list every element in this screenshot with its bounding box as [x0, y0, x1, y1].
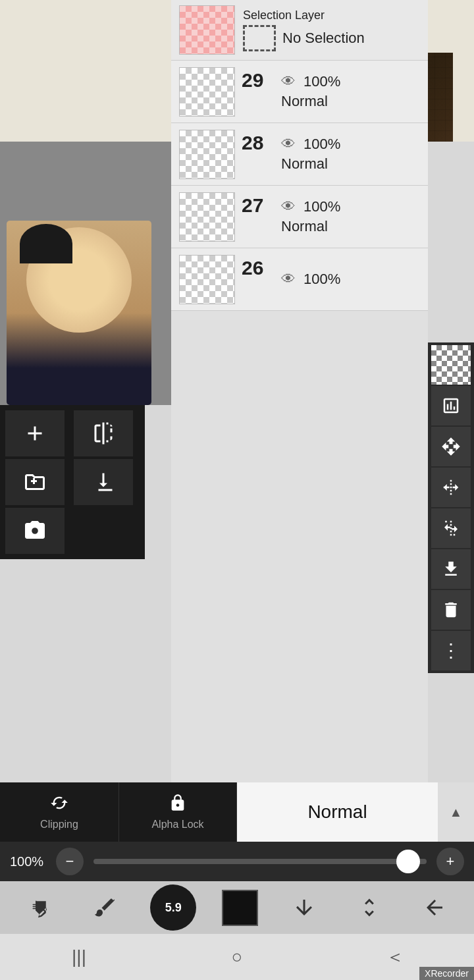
- blend-mode-27: Normal: [281, 218, 420, 235]
- nav-back-button[interactable]: ＜: [375, 937, 415, 977]
- home-button[interactable]: ○: [217, 937, 257, 977]
- dashed-selection-rect: [243, 25, 276, 51]
- plus-icon: +: [446, 853, 455, 870]
- opacity-value: 100%: [10, 854, 46, 869]
- brush-tool-button[interactable]: [85, 888, 124, 927]
- flip-button[interactable]: [74, 410, 133, 456]
- layer-controls-28: 👁 100% Normal: [281, 136, 420, 173]
- right-toolbar: ⋮: [428, 342, 474, 673]
- blend-mode-28: Normal: [281, 155, 420, 173]
- color-picker-button[interactable]: [222, 890, 258, 926]
- blend-mode-29: Normal: [281, 93, 420, 110]
- layer-thumb-27: [179, 192, 235, 242]
- no-selection-text: No Selection: [282, 30, 365, 47]
- bottom-bar: Clipping Alpha Lock Normal ▲: [0, 782, 474, 842]
- artwork-thumbnail: [7, 221, 151, 405]
- canvas-preview: [0, 142, 171, 405]
- visibility-icon-29[interactable]: 👁: [281, 73, 296, 90]
- blend-mode-arrow[interactable]: ▲: [438, 782, 474, 842]
- opacity-decrease-button[interactable]: −: [56, 848, 84, 875]
- layer-item-26[interactable]: 26 👁 100%: [171, 248, 428, 311]
- checkerboard-button[interactable]: [431, 345, 471, 385]
- layer-controls-29: 👁 100% Normal: [281, 73, 420, 110]
- layer-tools: [0, 405, 145, 559]
- opacity-27: 100%: [303, 198, 340, 215]
- brush-size-button[interactable]: 5.9: [150, 885, 196, 931]
- layer-item-27[interactable]: 27 👁 100% Normal: [171, 186, 428, 248]
- selection-layer-info: Selection Layer No Selection: [243, 9, 420, 51]
- opacity-28: 100%: [303, 136, 340, 153]
- nav-back-icon: ＜: [386, 944, 404, 969]
- opacity-26: 100%: [303, 271, 340, 288]
- move-down-button[interactable]: [284, 888, 324, 927]
- visibility-icon-26[interactable]: 👁: [281, 271, 296, 288]
- transform-button[interactable]: [431, 386, 471, 425]
- menu-button[interactable]: |||: [59, 937, 99, 977]
- selection-icon-wrap: No Selection: [243, 25, 420, 51]
- nav-bar: ||| ○ ＜: [0, 934, 474, 980]
- download-button[interactable]: [431, 549, 471, 589]
- opacity-slider-thumb[interactable]: [396, 850, 420, 873]
- xrecorder-watermark: XRecorder: [419, 967, 474, 980]
- layer-thumb-28: [179, 130, 235, 179]
- bottom-tools: 5.9: [0, 881, 474, 934]
- selection-layer-thumb: [179, 5, 235, 55]
- move-button[interactable]: [431, 427, 471, 466]
- merge-button[interactable]: [74, 459, 133, 505]
- clipping-label: Clipping: [40, 819, 78, 830]
- opacity-increase-button[interactable]: +: [436, 848, 464, 875]
- alpha-lock-button[interactable]: Alpha Lock: [118, 782, 237, 842]
- flip-h-button[interactable]: [431, 468, 471, 507]
- alpha-lock-icon: [169, 794, 187, 816]
- layer-number-28: 28: [242, 128, 275, 154]
- minus-icon: −: [66, 853, 74, 870]
- selection-tool-button[interactable]: [20, 888, 59, 927]
- delete-button[interactable]: [431, 590, 471, 630]
- selection-layer-item[interactable]: Selection Layer No Selection: [171, 0, 428, 61]
- layer-item-29[interactable]: 29 👁 100% Normal: [171, 61, 428, 123]
- layer-controls-27: 👁 100% Normal: [281, 198, 420, 235]
- layer-thumb-26: [179, 255, 235, 304]
- opacity-slider[interactable]: [93, 859, 427, 864]
- selection-layer-title: Selection Layer: [243, 9, 420, 22]
- add-layer-button[interactable]: [5, 410, 65, 456]
- layer-item-28[interactable]: 28 👁 100% Normal: [171, 123, 428, 186]
- visibility-icon-28[interactable]: 👁: [281, 136, 296, 153]
- more-options-button[interactable]: ⋮: [431, 631, 471, 670]
- back-button[interactable]: [415, 888, 454, 927]
- layer-controls-26: 👁 100%: [281, 271, 420, 288]
- layer-number-27: 27: [242, 191, 275, 217]
- blend-mode-label: Normal: [307, 802, 367, 823]
- opacity-29: 100%: [303, 73, 340, 90]
- brush-size-value: 5.9: [165, 901, 182, 915]
- layer-number-26: 26: [242, 254, 275, 279]
- opacity-bar: 100% − +: [0, 842, 474, 881]
- clipping-icon: [50, 794, 68, 816]
- arrow-up-icon: ▲: [450, 805, 463, 820]
- layer-number-29: 29: [242, 66, 275, 92]
- blend-mode-selector[interactable]: Normal: [237, 782, 438, 842]
- visibility-icon-27[interactable]: 👁: [281, 198, 296, 215]
- add-folder-button[interactable]: [5, 459, 65, 505]
- home-icon: ○: [232, 946, 243, 967]
- flip-v-button[interactable]: [431, 508, 471, 548]
- camera-button[interactable]: [5, 508, 65, 554]
- clipping-button[interactable]: Clipping: [0, 782, 118, 842]
- menu-icon: |||: [72, 946, 86, 967]
- alpha-lock-label: Alpha Lock: [151, 819, 203, 830]
- move-down-double-button[interactable]: [350, 888, 389, 927]
- layer-thumb-29: [179, 67, 235, 117]
